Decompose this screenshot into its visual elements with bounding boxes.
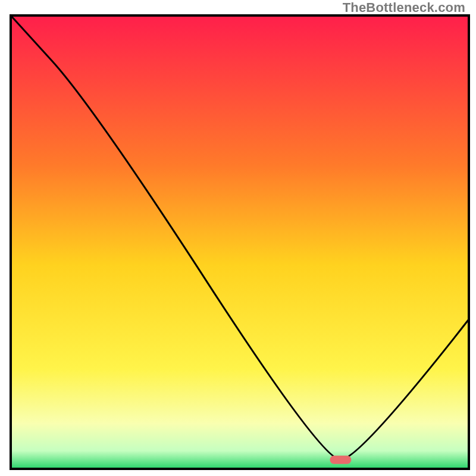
chart-svg — [0, 0, 476, 476]
watermark-text: TheBottleneck.com — [343, 0, 465, 15]
plot-background — [11, 15, 469, 469]
optimum-marker — [330, 456, 351, 464]
bottleneck-chart: TheBottleneck.com — [0, 0, 476, 476]
